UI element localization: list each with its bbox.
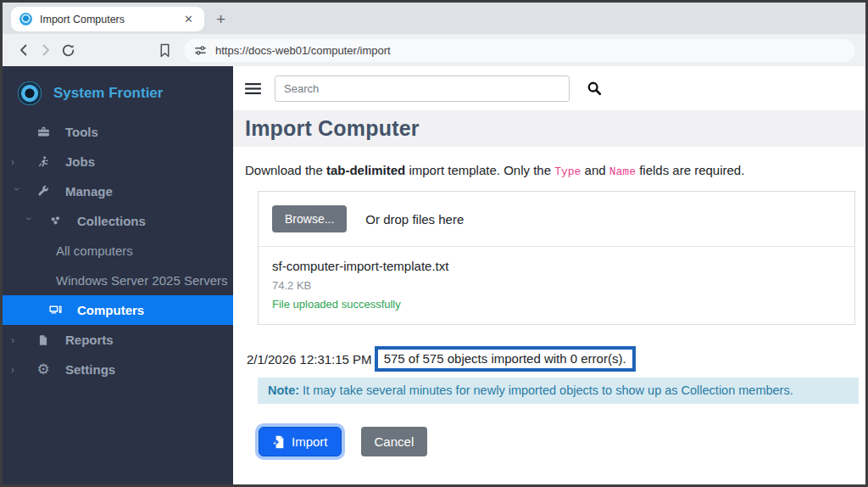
- uploaded-file-item: sf-computer-import-template.txt 74.2 KB …: [259, 247, 854, 324]
- gear-icon: ⚙: [34, 362, 53, 377]
- file-upload-status: File uploaded successfully: [272, 298, 841, 311]
- site-favicon: [19, 13, 32, 25]
- page-title: Import Computer: [245, 116, 420, 141]
- new-tab-button[interactable]: +: [216, 11, 225, 27]
- file-name: sf-computer-import-template.txt: [272, 259, 841, 273]
- import-button[interactable]: Import: [259, 427, 342, 456]
- note-banner: Note: It may take several minutes for ne…: [258, 378, 859, 404]
- sidebar-item-jobs[interactable]: › Jobs: [3, 147, 233, 176]
- url-text: https://docs-web01/computer/import: [215, 44, 391, 57]
- main-content: Import Computer Download the tab-delimit…: [233, 66, 865, 484]
- chevron-down-icon: ›: [23, 216, 35, 229]
- sidebar-item-manage[interactable]: › Manage: [3, 176, 233, 206]
- chevron-right-icon: ›: [11, 334, 24, 346]
- site-settings-icon[interactable]: [194, 44, 207, 57]
- browser-tab-bar: Import Computers ✕ +: [3, 3, 865, 34]
- brand[interactable]: System Frontier: [3, 76, 233, 117]
- import-button-label: Import: [292, 434, 328, 449]
- collections-icon: [46, 214, 64, 228]
- reload-icon[interactable]: [57, 39, 79, 61]
- note-text: It may take several minutes for newly im…: [299, 383, 793, 397]
- sidebar-item-all-computers[interactable]: All computers: [3, 236, 233, 266]
- tab-close-icon[interactable]: ✕: [181, 13, 196, 25]
- browser-window: Import Computers ✕ + https://docs-web01/…: [0, 0, 868, 487]
- file-import-icon: [272, 435, 285, 449]
- sidebar-item-computers[interactable]: Computers: [3, 295, 233, 325]
- sidebar-item-settings[interactable]: › ⚙ Settings: [3, 355, 233, 384]
- sidebar-item-collections[interactable]: › Collections: [3, 206, 233, 236]
- import-result-message: 575 of 575 objects imported with 0 error…: [375, 346, 636, 372]
- app-top-bar: [233, 66, 865, 110]
- brand-name: System Frontier: [53, 85, 163, 102]
- cancel-button[interactable]: Cancel: [361, 427, 428, 456]
- computers-icon: [46, 303, 64, 317]
- file-upload-box: Browse... Or drop files here sf-computer…: [258, 191, 855, 325]
- back-icon[interactable]: [13, 39, 35, 61]
- chevron-down-icon: ›: [11, 187, 23, 199]
- intro-text: Download the tab-delimited import templa…: [245, 163, 859, 178]
- sidebar-item-reports[interactable]: › Reports: [3, 325, 233, 355]
- import-form: Download the tab-delimited import templa…: [233, 147, 865, 456]
- forward-icon[interactable]: [35, 39, 57, 61]
- sidebar: System Frontier Tools › Jobs ›: [3, 66, 233, 484]
- browse-button[interactable]: Browse...: [272, 205, 347, 232]
- chevron-right-icon: ›: [11, 364, 24, 376]
- code-name: Name: [609, 165, 636, 178]
- file-dropzone[interactable]: Browse... Or drop files here: [259, 192, 854, 247]
- bookmark-icon[interactable]: [153, 39, 175, 61]
- search-icon[interactable]: [587, 81, 602, 96]
- form-actions: Import Cancel: [259, 427, 859, 456]
- import-status-line: 2/1/2026 12:31:15 PM 575 of 575 objects …: [247, 346, 859, 372]
- wrench-icon: [34, 185, 53, 199]
- running-person-icon: [34, 155, 53, 169]
- file-size: 74.2 KB: [272, 279, 841, 292]
- search-input[interactable]: [275, 76, 570, 102]
- drop-files-text: Or drop files here: [365, 212, 464, 227]
- toolbox-icon: [34, 125, 53, 139]
- report-document-icon: [34, 333, 53, 347]
- system-frontier-logo-icon: [18, 81, 42, 105]
- note-label: Note:: [268, 383, 299, 397]
- status-timestamp: 2/1/2026 12:31:15 PM: [247, 352, 372, 367]
- tab-title: Import Computers: [40, 14, 181, 25]
- page-title-band: Import Computer: [233, 110, 865, 147]
- sidebar-item-tools[interactable]: Tools: [3, 117, 233, 147]
- browser-toolbar: https://docs-web01/computer/import: [3, 34, 865, 66]
- code-type: Type: [554, 165, 581, 178]
- chevron-right-icon: ›: [11, 156, 24, 168]
- browser-tab[interactable]: Import Computers ✕: [11, 7, 204, 31]
- sidebar-item-windows-server-2025-servers[interactable]: Windows Server 2025 Servers: [3, 266, 233, 295]
- address-bar[interactable]: https://docs-web01/computer/import: [184, 39, 855, 62]
- hamburger-menu-icon[interactable]: [245, 82, 261, 95]
